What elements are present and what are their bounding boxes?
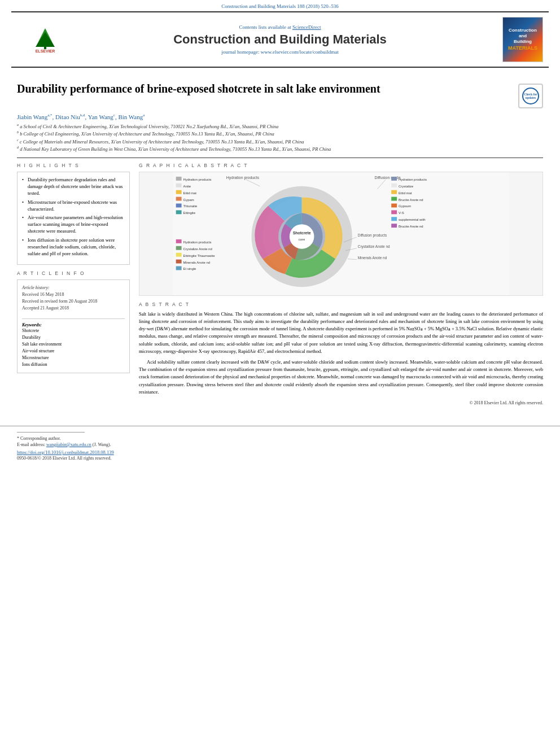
sciencedirect-link-text[interactable]: ScienceDirect <box>292 24 321 30</box>
elsevier-logo-icon: ELSEVIER <box>25 25 65 54</box>
journal-reference: Construction and Building Materials 188 … <box>221 3 338 9</box>
svg-text:Crystallize Anote nd: Crystallize Anote nd <box>358 244 390 249</box>
highlight-item-4: Ions diffusion in shotcrete pore solutio… <box>22 237 125 257</box>
graphical-abstract-section: G R A P H I C A L A B S T R A C T Hydrat… <box>139 163 543 296</box>
article-title-block: Durability performance of brine-exposed … <box>17 81 543 108</box>
received-date: Received 16 May 2018 <box>22 291 125 298</box>
affiliation-a: a a School of Civil & Architecture Engin… <box>17 123 543 130</box>
journal-title: Construction and Building Materials <box>73 32 487 47</box>
footnote-divider <box>17 432 85 433</box>
abstract-section: A B S T R A C T Salt lake is widely dist… <box>139 302 543 405</box>
graphical-abstract-image: Hydration products Anite Ettid mat Gypam… <box>139 172 543 296</box>
author-jiabin: Jiabin Wang <box>17 113 47 120</box>
email-address[interactable]: wangjiabin@xatu.edu.cn <box>46 442 91 447</box>
svg-rect-14 <box>176 203 182 207</box>
right-column: G R A P H I C A L A B S T R A C T Hydrat… <box>139 163 543 405</box>
svg-rect-36 <box>391 203 397 207</box>
issn-line: 0950-0618/© 2018 Elsevier Ltd. All right… <box>17 456 543 461</box>
check-update-badge: Check for updates <box>518 84 543 108</box>
author-ditao: Ditao Niu <box>55 113 80 120</box>
affiliation-c: c c College of Materials and Mineral Res… <box>17 138 543 146</box>
page: Construction and Building Materials 188 … <box>0 0 560 747</box>
journal-header-left: ELSEVIER <box>17 25 73 54</box>
svg-point-25 <box>290 224 314 249</box>
svg-text:Minerals Anote nd: Minerals Anote nd <box>358 256 387 260</box>
svg-text:Ettid mat: Ettid mat <box>183 191 197 195</box>
svg-rect-42 <box>391 224 397 228</box>
svg-text:Et single: Et single <box>183 267 196 270</box>
svg-text:Hydration products: Hydration products <box>399 178 427 181</box>
svg-text:Hydration products: Hydration products <box>226 176 260 180</box>
left-column: H I G H L I G H T S Durability performan… <box>17 163 130 405</box>
svg-text:Diffusion products: Diffusion products <box>358 233 387 238</box>
svg-rect-30 <box>391 184 397 187</box>
graphical-abstract-heading: G R A P H I C A L A B S T R A C T <box>139 163 543 168</box>
keyword-1: Shotcrete <box>22 327 125 334</box>
author-yan: Yan Wang <box>88 113 113 120</box>
svg-text:Ettringite Thaumasite: Ettringite Thaumasite <box>183 254 216 257</box>
email-label: E-mail address: <box>17 442 45 447</box>
svg-text:Ettingite: Ettingite <box>183 211 196 215</box>
svg-text:supplemental with: supplemental with <box>399 218 426 221</box>
svg-rect-40 <box>391 217 397 221</box>
authors-line: Jiabin Wanga,*, Ditao Niub,d, Yan Wangc,… <box>17 113 543 120</box>
svg-text:Gypsum: Gypsum <box>399 204 411 208</box>
highlight-item-3: Air-void structure parameters and high-r… <box>22 215 125 235</box>
email-suffix: (J. Wang). <box>93 442 111 447</box>
svg-rect-32 <box>391 190 397 194</box>
svg-text:Anite: Anite <box>183 185 191 188</box>
svg-rect-46 <box>176 246 182 250</box>
highlight-item-1: Durability performance degradation rules… <box>22 177 125 197</box>
svg-text:Hydration products: Hydration products <box>183 241 212 244</box>
journal-header-right: Construction and Building MATERIALS <box>487 17 543 62</box>
article-content: Durability performance of brine-exposed … <box>0 68 560 417</box>
svg-rect-6 <box>176 177 182 181</box>
svg-text:Ettid mat: Ettid mat <box>399 191 412 195</box>
svg-text:Minerals Anote nd: Minerals Anote nd <box>183 260 211 264</box>
divider-top <box>17 158 543 158</box>
check-update-icon: Check for updates <box>522 88 539 104</box>
svg-rect-38 <box>391 210 397 214</box>
keyword-3: Salt lake environment <box>22 341 125 348</box>
highlights-heading: H I G H L I G H T S <box>17 163 130 168</box>
highlights-box: Durability performance degradation rules… <box>17 172 130 265</box>
top-bar: Construction and Building Materials 188 … <box>0 0 560 11</box>
keywords-label: Keywords: <box>22 322 125 327</box>
svg-rect-10 <box>176 190 182 194</box>
svg-text:Crystalize: Crystalize <box>399 185 414 188</box>
article-info-box: Article history: Received 16 May 2018 Re… <box>17 279 130 373</box>
svg-text:Brucite Anote nd: Brucite Anote nd <box>399 198 423 202</box>
keyword-6: Ions diffusion <box>22 361 125 368</box>
svg-rect-52 <box>176 266 182 270</box>
doi-link[interactable]: https://doi.org/10.1016/j.conbuildmat.20… <box>17 449 114 455</box>
footer: * Corresponding author. E-mail address: … <box>0 426 560 466</box>
svg-rect-16 <box>176 210 182 214</box>
svg-rect-50 <box>176 260 182 264</box>
doi-line: https://doi.org/10.1016/j.conbuildmat.20… <box>17 449 543 455</box>
revised-date: Received in revised form 20 August 2018 <box>22 298 125 305</box>
svg-text:Crystalize Anote nd: Crystalize Anote nd <box>183 247 212 251</box>
svg-rect-34 <box>391 197 397 201</box>
svg-text:ELSEVIER: ELSEVIER <box>36 49 55 53</box>
keyword-5: Microstructure <box>22 355 125 361</box>
two-col-layout: H I G H L I G H T S Durability performan… <box>17 163 543 405</box>
email-line: E-mail address: wangjiabin@xatu.edu.cn (… <box>17 442 543 447</box>
svg-text:Gypam: Gypam <box>183 198 194 202</box>
keywords-section: Keywords: Shotcrete Durability Salt lake… <box>22 322 125 368</box>
abstract-paragraph-1: Salt lake is widely distributed in Weste… <box>139 311 543 355</box>
journal-header-center: Contents lists available at ScienceDirec… <box>73 24 487 55</box>
svg-text:Brucite Anote nd: Brucite Anote nd <box>399 225 423 228</box>
article-title-text: Durability performance of brine-exposed … <box>17 81 513 96</box>
svg-text:Thtunatie: Thtunatie <box>183 204 198 208</box>
svg-rect-48 <box>176 253 182 257</box>
journal-homepage: journal homepage: www.elsevier.com/locat… <box>73 49 487 55</box>
highlight-item-2: Microstructure of brine-exposed shotcret… <box>22 199 125 213</box>
abstract-text: Salt lake is widely distributed in Weste… <box>139 311 543 396</box>
homepage-url[interactable]: www.elsevier.com/locate/conbuildmat <box>261 49 339 55</box>
article-history-label: Article history: <box>22 285 125 291</box>
highlights-list: Durability performance degradation rules… <box>22 177 125 257</box>
author-bin: Bin Wang <box>118 113 143 120</box>
graphical-abstract-svg: Hydration products Anite Ettid mat Gypam… <box>139 172 542 295</box>
journal-cover-image: Construction and Building MATERIALS <box>502 17 543 62</box>
copyright-line: © 2018 Elsevier Ltd. All rights reserved… <box>139 400 543 405</box>
